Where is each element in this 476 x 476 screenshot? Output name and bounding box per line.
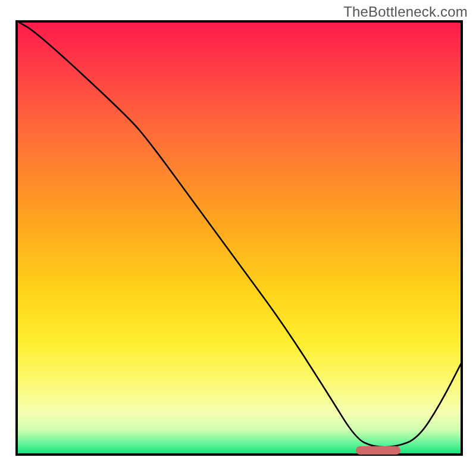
watermark-text: TheBottleneck.com xyxy=(343,4,468,20)
optimal-zone-marker xyxy=(356,446,400,455)
bottleneck-curve xyxy=(15,20,463,456)
